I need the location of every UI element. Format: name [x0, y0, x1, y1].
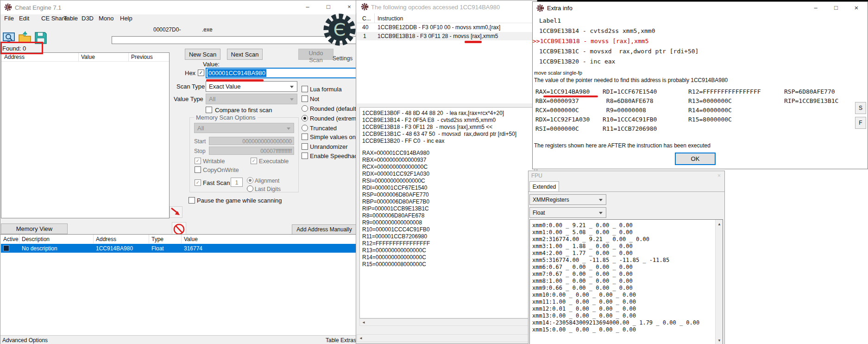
- scan-arrow-button[interactable]: [170, 206, 182, 218]
- opcode-count: 40: [362, 24, 368, 31]
- scroll-left-icon[interactable]: ◄: [360, 319, 367, 326]
- value-input[interactable]: 000001CC914BA980: [206, 68, 357, 78]
- xmm-register-list[interactable]: xmm0:0.00 _ 9.21 _ 0.00 _ 0.00 xmm1:0.00…: [529, 219, 723, 344]
- fast-scan-input[interactable]: 1: [231, 178, 243, 187]
- splitter[interactable]: .........: [357, 103, 537, 107]
- writable-checkbox[interactable]: [195, 158, 201, 164]
- results-header-address[interactable]: Address: [4, 54, 25, 60]
- value-type-dropdown: All: [206, 94, 297, 104]
- xmm-vscrollbar[interactable]: ▲ ▼: [715, 220, 723, 344]
- svg-text:Є: Є: [7, 5, 10, 10]
- menu-item-help[interactable]: Help: [120, 15, 132, 22]
- statusbar: Advanced Options Table Extras: [0, 335, 360, 344]
- maximize-button[interactable]: □: [826, 2, 846, 14]
- xmm-line: xmm0:0.00 _ 9.21 _ 0.00 _ 0.00: [532, 222, 633, 229]
- settings-link[interactable]: Settings: [333, 55, 352, 62]
- register-line: R13=000000000000000C: [362, 247, 426, 254]
- scan-type-dropdown[interactable]: Exact Value: [206, 81, 297, 92]
- last-digits-radio[interactable]: [247, 185, 253, 192]
- opcode-col-count[interactable]: C...: [362, 15, 371, 22]
- format-dropdown[interactable]: Float: [529, 207, 606, 218]
- register-line: RSI=000000000000000C: [362, 178, 425, 184]
- f-button[interactable]: F: [855, 117, 866, 129]
- simple-values-checkbox[interactable]: [302, 134, 308, 140]
- rounded-default-radio[interactable]: [302, 105, 308, 112]
- info-pane-hscrollbar[interactable]: ◄ ►: [359, 319, 535, 326]
- results-header-previous[interactable]: Previous: [131, 54, 153, 60]
- lua-formula-checkbox[interactable]: [302, 86, 308, 92]
- svg-text:Є: Є: [333, 19, 346, 40]
- copyonwrite-checkbox[interactable]: [195, 166, 201, 173]
- opcode-row[interactable]: 40 1CCB9E12DDB - F3 0F10 00 - movss xmm0…: [357, 24, 537, 32]
- register-line: R12=FFFFFFFFFFFFFFFF: [362, 240, 430, 247]
- menu-item-table[interactable]: Table: [63, 15, 78, 22]
- ok-button[interactable]: OK: [675, 153, 716, 165]
- table-header-description[interactable]: Description: [22, 236, 50, 242]
- minimize-button[interactable]: –: [805, 2, 826, 14]
- table-header-address[interactable]: Address: [96, 236, 116, 242]
- opcode-col-instruction[interactable]: Instruction: [377, 15, 403, 22]
- add-address-manually-button[interactable]: Add Address Manually: [292, 224, 357, 235]
- scroll-left-icon[interactable]: ◄: [357, 335, 365, 342]
- register-line: RIP=000001CCB9E13B1C: [362, 205, 429, 212]
- extra-register: R8=6D80AFE678: [603, 97, 654, 104]
- menu-item-mono[interactable]: Mono: [99, 15, 114, 22]
- extra-disasm-line: 1CCB9E13B20 - inc eax: [539, 58, 615, 65]
- menu-item-file[interactable]: File: [4, 15, 14, 22]
- new-scan-button[interactable]: New Scan: [185, 49, 220, 60]
- memory-view-button[interactable]: Memory View: [1, 223, 68, 234]
- fast-scan-checkbox[interactable]: [195, 179, 201, 186]
- not-label: Not: [310, 96, 319, 102]
- register-line: RBX=0000000000000937: [362, 157, 426, 163]
- opcode-row[interactable]: 1 1CCB9E13B18 - F3 0F11 28 - movss [rax]…: [357, 32, 537, 40]
- unrandomizer-checkbox[interactable]: [302, 143, 308, 150]
- menubar: File Edit CE Share Table D3D Mono Help: [0, 14, 360, 23]
- scan-results-panel[interactable]: Address Value Previous: [1, 52, 170, 218]
- maximize-button[interactable]: □: [318, 0, 339, 13]
- executable-checkbox[interactable]: [251, 158, 257, 164]
- opcode-instruction: 1CCB9E13B18 - F3 0F11 28 - movss [rax],x…: [377, 33, 498, 39]
- chevron-down-icon: [287, 127, 290, 130]
- xmm-line: xmm15:0.00 _ 0.00 _ 0.00 _ 0.00: [532, 326, 636, 333]
- not-checkbox[interactable]: [302, 96, 308, 102]
- table-extras-link[interactable]: Table Extras: [326, 337, 356, 344]
- stop-value: 00007fffffffffff: [260, 148, 292, 154]
- opcode-info-pane[interactable]: 1CCB9E13B0F - 48 8D 44 88 20 - lea rax,[…: [359, 107, 535, 319]
- enable-speedhack-checkbox[interactable]: [302, 153, 308, 159]
- scroll-down-icon[interactable]: ▼: [716, 337, 723, 344]
- results-header-value[interactable]: Value: [81, 54, 95, 60]
- table-header-type[interactable]: Type: [151, 236, 164, 242]
- scroll-up-icon[interactable]: ▲: [716, 221, 723, 228]
- hex-checkbox[interactable]: [198, 70, 204, 76]
- tab-extended[interactable]: Extended: [529, 181, 559, 192]
- memory-scan-region-dropdown: All: [194, 123, 294, 133]
- alignment-radio[interactable]: [247, 177, 253, 184]
- last-digits-label: Last Digits: [255, 186, 281, 192]
- extra-register: RSP=6D80AFE770: [784, 88, 835, 95]
- rounded-extreme-radio[interactable]: [302, 115, 308, 121]
- active-checkbox[interactable]: [3, 245, 9, 251]
- extra-register: RSI=0000000C: [535, 125, 579, 132]
- enable-speedhack-label: Enable Speedhack: [310, 153, 360, 159]
- xmm-line: xmm5:316774.00 _ -11.85 _ -11.85 _ -11.8…: [532, 257, 669, 263]
- row-description: No description: [22, 245, 57, 252]
- s-button[interactable]: S: [855, 102, 866, 114]
- window-hscrollbar[interactable]: ◄ ►: [357, 334, 537, 342]
- pause-game-checkbox[interactable]: [189, 197, 195, 204]
- menu-item-d3d[interactable]: D3D: [82, 15, 94, 22]
- table-header-active[interactable]: Active: [3, 236, 19, 242]
- advanced-options-link[interactable]: Advanced Options: [2, 337, 48, 344]
- truncated-radio[interactable]: [302, 125, 308, 131]
- fpu-close-icon[interactable]: ×: [717, 172, 721, 179]
- next-scan-button[interactable]: Next Scan: [227, 49, 263, 60]
- minimize-button[interactable]: –: [297, 0, 318, 13]
- value-label: Value:: [203, 61, 220, 68]
- table-header-value[interactable]: Value: [184, 236, 198, 242]
- table-row[interactable]: No description 1CC914BA980 Float 316774: [1, 244, 359, 253]
- compare-first-scan-checkbox[interactable]: [206, 107, 212, 113]
- register-line: R9=0000000000000008: [362, 219, 422, 226]
- close-button[interactable]: ×: [846, 2, 867, 14]
- register-view-dropdown[interactable]: XMMRegisters: [529, 194, 606, 205]
- format-value: Float: [533, 210, 545, 216]
- menu-item-edit[interactable]: Edit: [19, 15, 29, 22]
